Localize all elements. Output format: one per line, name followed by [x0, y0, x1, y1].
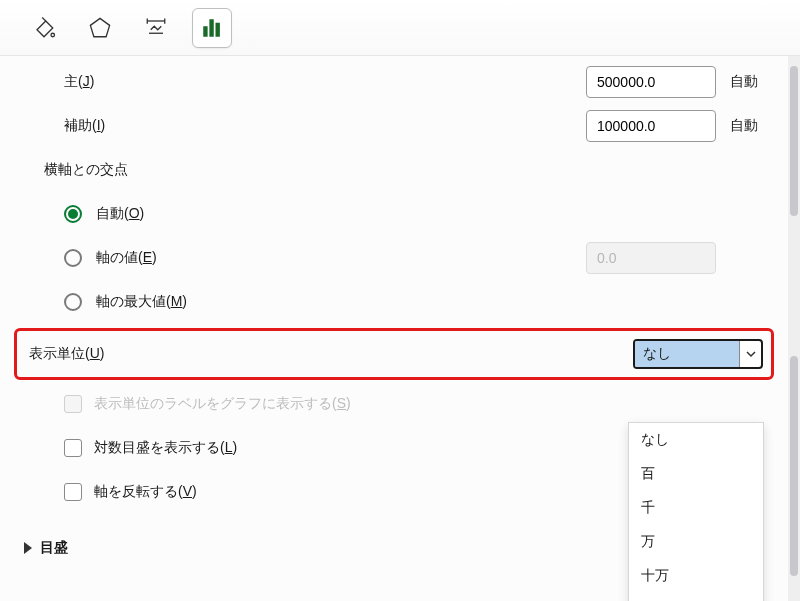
display-unit-option[interactable]: 百万 — [629, 593, 763, 601]
display-unit-option[interactable]: 十万 — [629, 559, 763, 593]
display-unit-option[interactable]: 万 — [629, 525, 763, 559]
chart-icon[interactable] — [192, 8, 232, 48]
display-unit-option[interactable]: 百 — [629, 457, 763, 491]
cross-axis-title: 横軸との交点 — [24, 148, 764, 192]
minor-unit-label: 補助(I) — [64, 117, 586, 135]
log-scale-checkbox[interactable] — [64, 439, 82, 457]
show-unit-label-checkbox — [64, 395, 82, 413]
dimensions-icon[interactable] — [136, 8, 176, 48]
pentagon-icon[interactable] — [80, 8, 120, 48]
svg-rect-3 — [216, 22, 220, 36]
radio-cross-value[interactable] — [64, 249, 82, 267]
minor-unit-row: 補助(I) 自動 — [24, 104, 764, 148]
display-unit-combo[interactable]: なし — [633, 339, 763, 369]
svg-rect-2 — [209, 19, 213, 37]
cross-value-input — [586, 242, 716, 274]
major-unit-label: 主(J) — [64, 73, 586, 91]
vertical-scrollbar[interactable] — [788, 56, 800, 601]
sidebar-tool-tabs — [0, 0, 800, 56]
show-unit-label-row: 表示単位のラベルをグラフに表示する(S) — [24, 382, 764, 426]
svg-rect-1 — [203, 26, 207, 37]
minor-unit-input[interactable] — [586, 110, 716, 142]
log-scale-label: 対数目盛を表示する(L) — [94, 439, 709, 457]
minor-unit-auto: 自動 — [716, 117, 764, 135]
cross-value-label: 軸の値(E) — [96, 249, 586, 267]
tick-section-label: 目盛 — [40, 539, 68, 557]
cross-value-row[interactable]: 軸の値(E) — [24, 236, 764, 280]
major-unit-input[interactable] — [586, 66, 716, 98]
display-unit-selected: なし — [635, 341, 739, 367]
cross-auto-row[interactable]: 自動(O) — [24, 192, 764, 236]
axis-options-pane: 主(J) 自動 補助(I) 自動 横軸との交点 自動(O) 軸の値(E) 軸の最… — [0, 56, 788, 601]
chevron-right-icon — [24, 542, 32, 554]
display-unit-option[interactable]: 千 — [629, 491, 763, 525]
chevron-down-icon[interactable] — [739, 341, 761, 367]
paint-bucket-icon[interactable] — [24, 8, 64, 48]
major-unit-row: 主(J) 自動 — [24, 60, 764, 104]
svg-point-0 — [51, 33, 55, 37]
display-unit-row: 表示単位(U) なし — [14, 328, 774, 380]
display-unit-option[interactable]: なし — [629, 423, 763, 457]
show-unit-label-label: 表示単位のラベルをグラフに表示する(S) — [94, 395, 764, 413]
reverse-axis-checkbox[interactable] — [64, 483, 82, 501]
display-unit-label: 表示単位(U) — [25, 345, 633, 363]
cross-auto-label: 自動(O) — [96, 205, 764, 223]
radio-cross-auto[interactable] — [64, 205, 82, 223]
major-unit-auto: 自動 — [716, 73, 764, 91]
radio-cross-maxvalue[interactable] — [64, 293, 82, 311]
display-unit-options-popup: なし百千万十万百万 — [628, 422, 764, 601]
cross-maxvalue-row[interactable]: 軸の最大値(M) — [24, 280, 764, 324]
cross-maxvalue-label: 軸の最大値(M) — [96, 293, 764, 311]
